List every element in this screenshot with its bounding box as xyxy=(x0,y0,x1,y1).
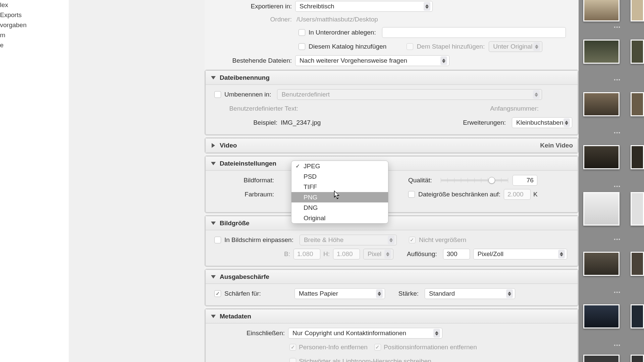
beispiel-label: Beispiel: xyxy=(211,119,281,126)
katalog-label: Diesem Katalog hinzufügen xyxy=(309,43,386,50)
exportieren-in-select[interactable]: Schreibtisch xyxy=(295,1,433,12)
ordner-path: /Users/matthiasbutz/Desktop xyxy=(295,16,381,23)
section-bildgroesse: Bildgröße In Bildschirm einpassen: Breit… xyxy=(205,215,579,267)
qualitaet-label: Qualität: xyxy=(408,177,435,184)
thumbnail-peek[interactable] xyxy=(631,252,644,276)
disclosure-down-icon xyxy=(210,274,216,280)
thumbnail[interactable] xyxy=(583,145,620,169)
b-label: B: xyxy=(284,250,293,258)
updown-icon xyxy=(558,250,565,258)
personen-checkbox xyxy=(289,344,296,351)
section-dateieinstellungen: Dateieinstellungen Bildformat: Qualität: xyxy=(205,156,579,213)
stichwoerter-label: Stichwörter als Lightroom-Hierarchie sch… xyxy=(299,358,431,362)
thumbnail[interactable] xyxy=(583,40,620,64)
schaerfen-checkbox[interactable] xyxy=(214,290,221,297)
unterordner-input[interactable] xyxy=(382,27,566,38)
section-title: Dateieinstellungen xyxy=(220,160,276,167)
schaerfen-select[interactable]: Mattes Papier xyxy=(294,288,385,299)
dropdown-option-dng[interactable]: DNG xyxy=(291,202,388,213)
section-metadaten: Metadaten Einschließen: Nur Copyright un… xyxy=(205,308,579,362)
thumbnail-peek[interactable] xyxy=(631,355,644,362)
sidebar-item[interactable]: Exports xyxy=(0,10,69,20)
section-header-ausgabeschaerfe[interactable]: Ausgabeschärfe xyxy=(206,270,578,284)
thumbnail-peek[interactable] xyxy=(631,145,644,169)
position-label: Positionsinformationen entfernen xyxy=(384,344,477,351)
katalog-checkbox[interactable] xyxy=(299,43,305,50)
exportieren-in-value: Schreibtisch xyxy=(300,3,334,10)
thumb-dots-icon: ••• xyxy=(583,24,624,31)
thumbnail-peek[interactable] xyxy=(631,192,644,226)
einschliessen-select[interactable]: Nur Copyright und Kontaktinformationen xyxy=(288,328,442,339)
farbraum-label: Farbraum: xyxy=(211,191,277,198)
einschliessen-label: Einschließen: xyxy=(211,329,288,337)
disclosure-right-icon xyxy=(210,142,216,148)
sidebar-item[interactable]: m xyxy=(0,30,69,40)
thumbnail[interactable] xyxy=(583,92,620,116)
section-dateibenennung: Dateibenennung Umbenennen in: Benutzerde… xyxy=(205,70,579,135)
updown-icon xyxy=(433,329,440,338)
schaerfen-label: Schärfen für: xyxy=(224,290,261,297)
exportieren-in-label: Exportieren in: xyxy=(205,3,295,10)
thumbnail[interactable] xyxy=(583,252,620,276)
section-header-dateieinstellungen[interactable]: Dateieinstellungen xyxy=(206,157,578,171)
bestehende-label: Bestehende Dateien: xyxy=(205,57,295,64)
umbenennen-value: Benutzerdefiniert xyxy=(281,91,330,98)
section-header-video[interactable]: Video Kein Video xyxy=(206,138,578,153)
qualitaet-slider[interactable] xyxy=(441,179,508,181)
thumbnail[interactable] xyxy=(583,192,620,226)
unterordner-checkbox[interactable] xyxy=(299,29,305,36)
dateigroesse-checkbox[interactable] xyxy=(408,191,415,198)
bildformat-label: Bildformat: xyxy=(211,177,277,184)
einpassen-value: Breite & Höhe xyxy=(304,236,343,244)
slider-thumb[interactable] xyxy=(488,177,495,184)
stapel-checkbox xyxy=(407,43,413,50)
updown-icon xyxy=(376,289,383,298)
left-sidebar: lex Exports vorgaben m e xyxy=(0,0,69,362)
stapel-value: Unter Original xyxy=(493,43,532,50)
staerke-select[interactable]: Standard xyxy=(425,288,515,299)
thumbnail-peek[interactable] xyxy=(631,304,644,328)
thumb-dots-icon: ••• xyxy=(583,237,624,243)
disclosure-down-icon xyxy=(210,161,216,167)
sidebar-item[interactable]: vorgaben xyxy=(0,20,69,30)
thumbnail-peek[interactable] xyxy=(631,92,644,116)
benutzer-text-label: Benutzerdefinierter Text: xyxy=(211,105,302,112)
dateigroesse-label: Dateigröße beschränken auf: xyxy=(418,191,500,198)
updown-icon xyxy=(533,90,540,99)
updown-icon xyxy=(564,118,570,127)
section-header-dateibenennung[interactable]: Dateibenennung xyxy=(206,71,578,85)
umbenennen-checkbox[interactable] xyxy=(214,91,221,98)
einpassen-checkbox[interactable] xyxy=(214,237,221,243)
thumbnail-peek[interactable] xyxy=(631,0,644,21)
section-header-bildgroesse[interactable]: Bildgröße xyxy=(206,216,578,230)
dropdown-option-psd[interactable]: PSD xyxy=(291,171,388,182)
dropdown-option-jpeg[interactable]: JPEG xyxy=(291,161,388,171)
anfangsnummer-label: Anfangsnummer: xyxy=(490,105,542,112)
sidebar-item[interactable]: e xyxy=(0,40,69,50)
thumbnail-peek[interactable] xyxy=(631,40,644,64)
erweiterungen-select[interactable]: Kleinbuchstaben xyxy=(512,117,572,128)
aufloesung-input[interactable]: 300 xyxy=(443,249,470,259)
dateigroesse-input: 2.000 xyxy=(504,189,531,200)
h-input: 1.080 xyxy=(333,249,360,259)
section-header-metadaten[interactable]: Metadaten xyxy=(206,309,578,323)
thumb-dots-icon: ••• xyxy=(583,290,624,296)
position-checkbox xyxy=(374,344,381,351)
unterordner-label: In Unterordner ablegen: xyxy=(309,29,376,36)
thumbnail[interactable] xyxy=(583,0,620,21)
sidebar-item[interactable]: lex xyxy=(0,0,69,10)
bestehende-select[interactable]: Nach weiterer Vorgehensweise fragen xyxy=(295,55,449,66)
filmstrip: ••• ••• ••• ••• ••• ••• ••• xyxy=(579,0,644,362)
aufloesung-unit-select[interactable]: Pixel/Zoll xyxy=(473,249,567,259)
thumb-dots-icon: ••• xyxy=(583,130,624,136)
einpassen-label: In Bildschirm einpassen: xyxy=(224,236,293,244)
thumbnail[interactable] xyxy=(583,355,620,362)
thumbnail[interactable] xyxy=(583,304,620,328)
nicht-vergroessern-checkbox xyxy=(409,237,416,243)
umbenennen-select: Benutzerdefiniert xyxy=(277,89,542,100)
qualitaet-input[interactable]: 76 xyxy=(513,175,537,186)
updown-icon xyxy=(506,289,513,298)
updown-icon xyxy=(533,42,540,51)
thumb-dots-icon: ••• xyxy=(583,343,624,349)
dropdown-option-original[interactable]: Original xyxy=(291,213,388,223)
